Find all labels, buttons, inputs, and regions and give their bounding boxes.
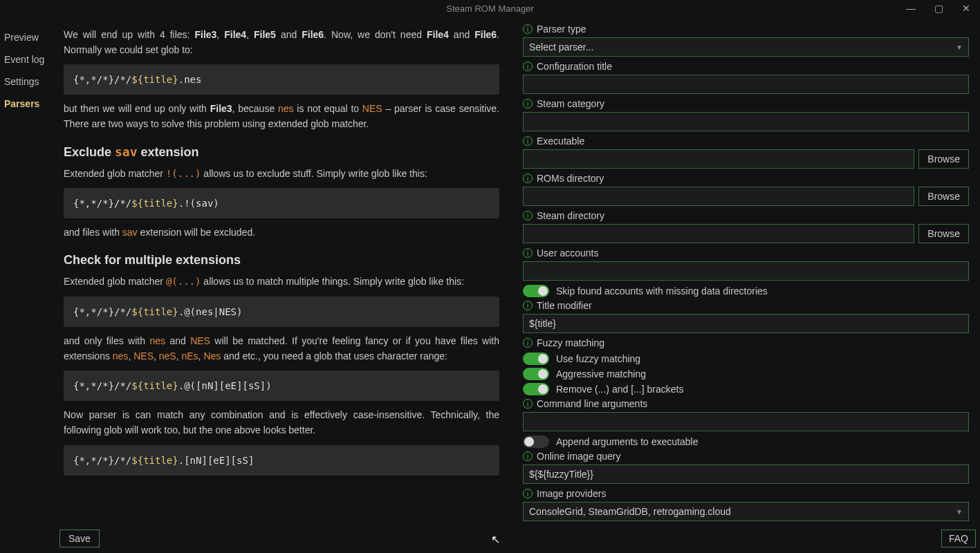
code-block-3: {*,*/*}/*/${title}.@(nes|NES) (64, 297, 499, 327)
label-parser-type: Parser type (537, 24, 586, 35)
doc-heading-exclude: Exclude sav extension (64, 144, 499, 160)
label-user-accounts: User accounts (537, 247, 598, 259)
browse-roms-button[interactable]: Browse (918, 187, 969, 206)
aggressive-toggle[interactable] (523, 368, 549, 380)
info-icon[interactable]: i (523, 211, 533, 221)
sidebar-item-eventlog[interactable]: Event log (0, 48, 55, 71)
label-executable: Executable (537, 135, 584, 147)
parser-type-select[interactable]: Select parser...▼ (523, 37, 969, 57)
sidebar-item-settings[interactable]: Settings (0, 71, 55, 93)
minimize-button[interactable]: — (897, 0, 925, 17)
doc-paragraph: We will end up with 4 files: File3, File… (64, 28, 499, 57)
label-title-modifier: Title modifier (537, 300, 592, 311)
label-use-fuzzy: Use fuzzy matching (556, 353, 640, 364)
doc-paragraph: Now parser is can match any combination … (64, 408, 499, 438)
faq-button[interactable]: FAQ (941, 529, 976, 547)
label-roms-dir: ROMs directory (537, 173, 604, 184)
info-icon[interactable]: i (523, 338, 533, 348)
label-aggressive: Aggressive matching (556, 368, 646, 379)
online-image-input[interactable] (523, 465, 969, 484)
window-title: Steam ROM Manager (446, 3, 533, 14)
browse-steam-button[interactable]: Browse (918, 224, 969, 243)
image-providers-select[interactable]: ConsoleGrid, SteamGridDB, retrogaming.cl… (523, 502, 969, 521)
use-fuzzy-toggle[interactable] (523, 353, 549, 365)
label-remove-brackets: Remove (...) and [...] brackets (556, 384, 683, 395)
maximize-button[interactable]: ▢ (925, 0, 952, 17)
info-icon[interactable]: i (523, 451, 533, 461)
label-cmdargs: Command line arguments (537, 398, 647, 409)
info-icon[interactable]: i (523, 399, 533, 409)
doc-paragraph: Extended glob matcher @(...) allows us t… (64, 274, 499, 290)
info-icon[interactable]: i (523, 301, 533, 310)
doc-paragraph: Extended glob matcher !(...) allows us t… (64, 167, 499, 182)
code-block-4: {*,*/*}/*/${title}.@([nN][eE][sS]) (64, 371, 499, 401)
config-title-input[interactable] (523, 75, 969, 94)
user-accounts-input[interactable] (523, 261, 969, 281)
save-button[interactable]: Save (59, 529, 100, 547)
steam-dir-input[interactable] (523, 224, 914, 243)
info-icon[interactable]: i (523, 174, 533, 183)
titlebar: Steam ROM Manager — ▢ ✕ (0, 0, 980, 17)
info-icon[interactable]: i (523, 489, 533, 498)
info-icon[interactable]: i (523, 136, 533, 146)
doc-heading-multiple: Check for multiple extensions (64, 253, 499, 268)
parser-config-form: iParser type Select parser...▼ iConfigur… (512, 17, 980, 553)
skip-accounts-toggle[interactable] (523, 285, 549, 297)
sidebar-item-preview[interactable]: Preview (0, 26, 55, 48)
close-button[interactable]: ✕ (952, 0, 980, 17)
doc-paragraph: and only files with nes and NES will be … (64, 334, 499, 364)
sidebar: Preview Event log Settings Parsers (0, 17, 55, 553)
roms-dir-input[interactable] (523, 187, 914, 206)
label-steam-category: Steam category (537, 98, 604, 109)
label-config-title: Configuration title (537, 61, 612, 72)
label-image-providers: Image providers (537, 488, 606, 499)
chevron-down-icon: ▼ (956, 44, 963, 51)
steam-category-input[interactable] (523, 112, 969, 131)
sidebar-item-parsers[interactable]: Parsers (0, 93, 55, 115)
doc-paragraph: but then we will end up only with File3,… (64, 102, 499, 131)
label-skip-accounts: Skip found accounts with missing data di… (556, 285, 768, 297)
code-block-5: {*,*/*}/*/${title}.[nN][eE][sS] (64, 445, 499, 476)
label-steam-dir: Steam directory (537, 210, 604, 221)
browse-executable-button[interactable]: Browse (918, 149, 969, 169)
code-block-1: {*,*/*}/*/${title}.nes (64, 64, 499, 95)
window-controls: — ▢ ✕ (897, 0, 980, 17)
label-append-args: Append arguments to executable (556, 436, 698, 447)
append-args-toggle[interactable] (523, 435, 549, 448)
title-modifier-input[interactable] (523, 314, 969, 333)
label-fuzzy: Fuzzy matching (537, 337, 604, 348)
code-block-2: {*,*/*}/*/${title}.!(sav) (64, 188, 499, 218)
remove-brackets-toggle[interactable] (523, 383, 549, 395)
info-icon[interactable]: i (523, 99, 533, 109)
chevron-down-icon: ▼ (956, 508, 963, 516)
label-online-image: Online image query (537, 451, 620, 462)
executable-input[interactable] (523, 149, 914, 169)
info-icon[interactable]: i (523, 24, 533, 34)
info-icon[interactable]: i (523, 248, 533, 258)
info-icon[interactable]: i (523, 62, 533, 71)
cmdargs-input[interactable] (523, 412, 969, 431)
documentation-panel: We will end up with 4 files: File3, File… (55, 17, 512, 553)
doc-paragraph: and files with sav extension will be exc… (64, 225, 499, 241)
